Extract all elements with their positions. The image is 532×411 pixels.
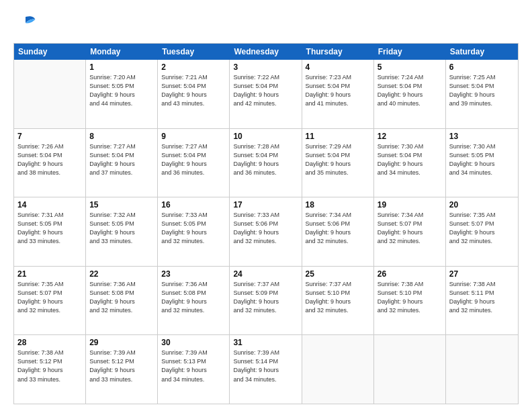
day-info: Sunrise: 7:32 AMSunset: 5:05 PMDaylight:… xyxy=(89,211,154,246)
day-number: 31 xyxy=(233,338,298,347)
day-number: 18 xyxy=(306,200,370,210)
day-info: Sunrise: 7:34 AMSunset: 5:07 PMDaylight:… xyxy=(378,211,442,246)
day-info: Sunrise: 7:36 AMSunset: 5:08 PMDaylight:… xyxy=(89,280,154,315)
day-info: Sunrise: 7:21 AMSunset: 5:04 PMDaylight:… xyxy=(161,73,226,108)
day-number: 13 xyxy=(449,132,515,141)
calendar: SundayMondayTuesdayWednesdayThursdayFrid… xyxy=(13,43,519,404)
week-row-5: 28Sunrise: 7:38 AMSunset: 5:12 PMDayligh… xyxy=(14,335,518,404)
day-info: Sunrise: 7:25 AMSunset: 5:04 PMDaylight:… xyxy=(449,73,515,108)
day-cell-19: 19Sunrise: 7:34 AMSunset: 5:07 PMDayligh… xyxy=(374,197,446,266)
day-cell-30: 30Sunrise: 7:39 AMSunset: 5:13 PMDayligh… xyxy=(158,335,230,404)
day-info: Sunrise: 7:34 AMSunset: 5:06 PMDaylight:… xyxy=(306,211,370,246)
week-row-1: 1Sunrise: 7:20 AMSunset: 5:05 PMDaylight… xyxy=(14,60,518,129)
day-info: Sunrise: 7:38 AMSunset: 5:11 PMDaylight:… xyxy=(449,280,515,315)
day-number: 9 xyxy=(161,132,226,141)
day-number: 4 xyxy=(306,62,370,72)
empty-cell xyxy=(14,60,86,128)
day-info: Sunrise: 7:22 AMSunset: 5:04 PMDaylight:… xyxy=(233,73,298,108)
day-cell-14: 14Sunrise: 7:31 AMSunset: 5:05 PMDayligh… xyxy=(14,197,86,266)
day-info: Sunrise: 7:27 AMSunset: 5:04 PMDaylight:… xyxy=(161,142,226,177)
header xyxy=(13,12,519,36)
day-info: Sunrise: 7:33 AMSunset: 5:05 PMDaylight:… xyxy=(161,211,226,246)
page: SundayMondayTuesdayWednesdayThursdayFrid… xyxy=(0,0,532,411)
day-number: 20 xyxy=(449,200,515,210)
day-cell-9: 9Sunrise: 7:27 AMSunset: 5:04 PMDaylight… xyxy=(158,129,230,197)
day-number: 26 xyxy=(378,269,442,279)
week-row-3: 14Sunrise: 7:31 AMSunset: 5:05 PMDayligh… xyxy=(14,197,518,267)
day-header-friday: Friday xyxy=(374,44,446,60)
empty-cell xyxy=(446,335,518,404)
day-info: Sunrise: 7:39 AMSunset: 5:14 PMDaylight:… xyxy=(233,349,298,383)
day-cell-21: 21Sunrise: 7:35 AMSunset: 5:07 PMDayligh… xyxy=(14,267,86,335)
week-row-4: 21Sunrise: 7:35 AMSunset: 5:07 PMDayligh… xyxy=(14,267,518,336)
day-cell-22: 22Sunrise: 7:36 AMSunset: 5:08 PMDayligh… xyxy=(86,267,158,335)
day-number: 27 xyxy=(449,269,515,279)
day-cell-27: 27Sunrise: 7:38 AMSunset: 5:11 PMDayligh… xyxy=(446,267,518,335)
day-cell-24: 24Sunrise: 7:37 AMSunset: 5:09 PMDayligh… xyxy=(230,267,302,335)
day-number: 16 xyxy=(161,200,226,210)
day-cell-7: 7Sunrise: 7:26 AMSunset: 5:04 PMDaylight… xyxy=(14,129,86,197)
day-info: Sunrise: 7:35 AMSunset: 5:07 PMDaylight:… xyxy=(17,280,82,315)
calendar-body: 1Sunrise: 7:20 AMSunset: 5:05 PMDaylight… xyxy=(14,60,518,404)
day-info: Sunrise: 7:38 AMSunset: 5:10 PMDaylight:… xyxy=(378,280,442,315)
day-info: Sunrise: 7:39 AMSunset: 5:13 PMDaylight:… xyxy=(161,349,226,383)
day-cell-26: 26Sunrise: 7:38 AMSunset: 5:10 PMDayligh… xyxy=(374,267,446,335)
day-cell-4: 4Sunrise: 7:23 AMSunset: 5:04 PMDaylight… xyxy=(302,60,374,128)
day-number: 28 xyxy=(17,338,82,347)
day-cell-12: 12Sunrise: 7:30 AMSunset: 5:04 PMDayligh… xyxy=(374,129,446,197)
day-cell-15: 15Sunrise: 7:32 AMSunset: 5:05 PMDayligh… xyxy=(86,197,158,266)
day-cell-8: 8Sunrise: 7:27 AMSunset: 5:04 PMDaylight… xyxy=(86,129,158,197)
day-info: Sunrise: 7:35 AMSunset: 5:07 PMDaylight:… xyxy=(449,211,515,246)
day-cell-5: 5Sunrise: 7:24 AMSunset: 5:04 PMDaylight… xyxy=(374,60,446,128)
day-number: 15 xyxy=(89,200,154,210)
day-info: Sunrise: 7:30 AMSunset: 5:05 PMDaylight:… xyxy=(449,142,515,177)
day-number: 12 xyxy=(378,132,442,141)
day-info: Sunrise: 7:30 AMSunset: 5:04 PMDaylight:… xyxy=(378,142,442,177)
day-info: Sunrise: 7:37 AMSunset: 5:10 PMDaylight:… xyxy=(306,280,370,315)
day-info: Sunrise: 7:31 AMSunset: 5:05 PMDaylight:… xyxy=(17,211,82,246)
day-cell-29: 29Sunrise: 7:39 AMSunset: 5:12 PMDayligh… xyxy=(86,335,158,404)
week-row-2: 7Sunrise: 7:26 AMSunset: 5:04 PMDaylight… xyxy=(14,129,518,198)
day-number: 24 xyxy=(233,269,298,279)
day-number: 30 xyxy=(161,338,226,347)
day-info: Sunrise: 7:24 AMSunset: 5:04 PMDaylight:… xyxy=(378,73,442,108)
day-info: Sunrise: 7:29 AMSunset: 5:04 PMDaylight:… xyxy=(306,142,370,177)
day-info: Sunrise: 7:28 AMSunset: 5:04 PMDaylight:… xyxy=(233,142,298,177)
day-number: 1 xyxy=(89,62,154,72)
day-header-thursday: Thursday xyxy=(302,44,374,60)
day-number: 7 xyxy=(17,132,82,141)
day-cell-3: 3Sunrise: 7:22 AMSunset: 5:04 PMDaylight… xyxy=(230,60,302,128)
day-info: Sunrise: 7:38 AMSunset: 5:12 PMDaylight:… xyxy=(17,349,82,383)
logo-icon xyxy=(13,12,38,36)
logo xyxy=(13,12,40,36)
day-header-saturday: Saturday xyxy=(446,44,518,60)
day-number: 5 xyxy=(378,62,442,72)
day-number: 6 xyxy=(449,62,515,72)
day-cell-1: 1Sunrise: 7:20 AMSunset: 5:05 PMDaylight… xyxy=(86,60,158,128)
empty-cell xyxy=(374,335,446,404)
day-number: 19 xyxy=(378,200,442,210)
day-cell-11: 11Sunrise: 7:29 AMSunset: 5:04 PMDayligh… xyxy=(302,129,374,197)
day-number: 8 xyxy=(89,132,154,141)
day-header-monday: Monday xyxy=(86,44,158,60)
day-cell-23: 23Sunrise: 7:36 AMSunset: 5:08 PMDayligh… xyxy=(158,267,230,335)
day-info: Sunrise: 7:39 AMSunset: 5:12 PMDaylight:… xyxy=(89,349,154,383)
day-number: 25 xyxy=(306,269,370,279)
day-cell-6: 6Sunrise: 7:25 AMSunset: 5:04 PMDaylight… xyxy=(446,60,518,128)
day-info: Sunrise: 7:27 AMSunset: 5:04 PMDaylight:… xyxy=(89,142,154,177)
day-cell-31: 31Sunrise: 7:39 AMSunset: 5:14 PMDayligh… xyxy=(230,335,302,404)
calendar-header: SundayMondayTuesdayWednesdayThursdayFrid… xyxy=(14,44,518,60)
day-info: Sunrise: 7:33 AMSunset: 5:06 PMDaylight:… xyxy=(233,211,298,246)
day-cell-17: 17Sunrise: 7:33 AMSunset: 5:06 PMDayligh… xyxy=(230,197,302,266)
day-cell-25: 25Sunrise: 7:37 AMSunset: 5:10 PMDayligh… xyxy=(302,267,374,335)
day-info: Sunrise: 7:23 AMSunset: 5:04 PMDaylight:… xyxy=(306,73,370,108)
day-cell-28: 28Sunrise: 7:38 AMSunset: 5:12 PMDayligh… xyxy=(14,335,86,404)
day-info: Sunrise: 7:20 AMSunset: 5:05 PMDaylight:… xyxy=(89,73,154,108)
day-number: 22 xyxy=(89,269,154,279)
day-header-sunday: Sunday xyxy=(14,44,86,60)
day-cell-18: 18Sunrise: 7:34 AMSunset: 5:06 PMDayligh… xyxy=(302,197,374,266)
day-number: 2 xyxy=(161,62,226,72)
day-header-tuesday: Tuesday xyxy=(158,44,230,60)
day-number: 21 xyxy=(17,269,82,279)
day-cell-10: 10Sunrise: 7:28 AMSunset: 5:04 PMDayligh… xyxy=(230,129,302,197)
